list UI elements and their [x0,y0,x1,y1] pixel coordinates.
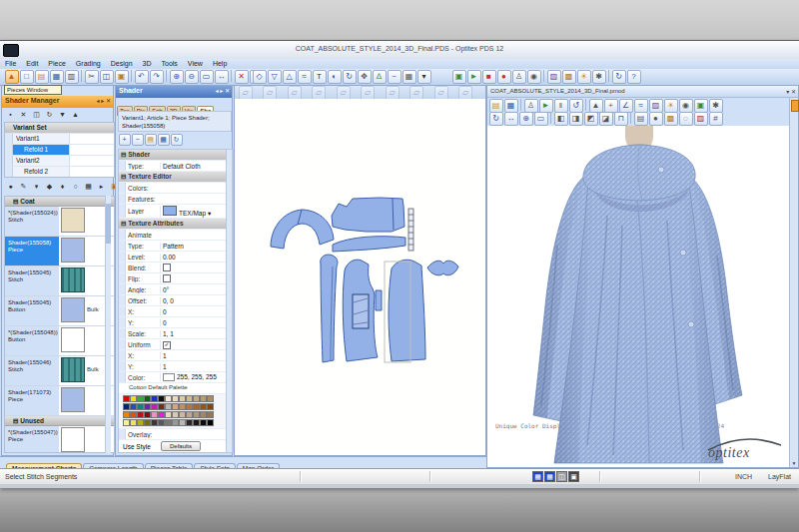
palette-swatch[interactable] [151,403,158,410]
property-row[interactable]: Overlay: [119,429,233,440]
text-tool-icon[interactable]: T [313,70,327,84]
refresh-shaders-icon[interactable]: ↻ [44,109,56,121]
shader-panel-header[interactable]: Shader ◂ ▸ ✕ [116,86,232,98]
shader-row[interactable]: *(Shader(155047))Piece [5,426,114,453]
apply-shader-icon[interactable]: ● [5,181,17,193]
camera-3d-icon[interactable]: ◉ [679,99,693,113]
record-icon[interactable]: ● [497,70,511,84]
palette-swatch[interactable] [137,395,144,402]
zoom-in-icon[interactable]: ⊕ [170,70,184,84]
palette-swatch[interactable] [200,419,207,426]
fabric-editor-icon[interactable]: ▨ [547,70,561,84]
copy-icon[interactable]: ◫ [100,70,114,84]
palette-swatch[interactable] [193,403,200,410]
property-row[interactable]: Y:1 [119,361,233,372]
edit-shader-icon[interactable]: ✎ [18,181,30,193]
palette-swatch[interactable] [158,395,165,402]
palette-swatch[interactable] [123,395,130,402]
palette-swatch[interactable] [207,419,214,426]
wireframe-mode-icon[interactable]: ▤ [634,112,648,126]
palette-swatch[interactable] [137,419,144,426]
delete-icon[interactable]: ✕ [235,70,249,84]
palette-swatch[interactable] [144,411,151,418]
menu-item-design[interactable]: Design [106,59,138,68]
color-swatch[interactable] [163,373,175,381]
defaults-button[interactable]: Defaults [161,441,201,451]
status-3d-view-icon[interactable]: ▦ [544,471,555,482]
palette-swatch[interactable] [123,403,130,410]
texture-layer-thumbnail[interactable] [163,206,177,216]
shader-row[interactable]: Shader(155058)Piece [5,237,114,266]
palette-swatch[interactable] [179,395,186,402]
palette-swatch[interactable] [207,395,214,402]
variant-row[interactable]: Variant1 [5,133,114,144]
back-view-icon[interactable]: ◨ [569,112,583,126]
shader-swatch[interactable] [61,297,85,322]
shader-row[interactable]: *(Shader(155024))Stitch [5,207,114,237]
save-model-icon[interactable]: ▦ [504,99,518,113]
cut-icon[interactable]: ✂ [85,70,99,84]
variant-row[interactable]: Refold 2 [5,166,114,177]
redo-icon[interactable]: ↷ [150,70,164,84]
pose-select-icon[interactable]: ♙ [524,99,538,113]
reset-shader-icon[interactable]: ○ [70,181,82,193]
palette-swatch[interactable] [158,403,165,410]
copy-shader-icon[interactable]: ◫ [31,109,43,121]
status-split-view-icon[interactable]: ◫ [556,471,567,482]
menu-item-piece[interactable]: Piece [43,59,71,68]
shader-row[interactable]: Shader(155045)Stitch [5,266,114,296]
palette-swatch[interactable] [158,411,165,418]
menu-item-grading[interactable]: Grading [71,59,106,68]
shader-swatch[interactable] [61,267,85,292]
select-cursor-icon[interactable]: ▲ [5,70,19,84]
light-settings-icon[interactable]: ☀ [577,70,591,84]
dart-tool-icon[interactable]: △ [283,70,297,84]
checkbox[interactable]: ✓ [163,341,171,349]
property-row[interactable]: Type:Pattern [119,241,233,252]
camera-icon[interactable]: ◉ [527,70,541,84]
stitch-3d-icon[interactable]: ≈ [634,99,648,113]
help-icon[interactable]: ? [627,70,641,84]
palette-swatch[interactable] [123,411,130,418]
light-3d-icon[interactable]: ☀ [664,99,678,113]
fit-view-icon[interactable]: ▭ [534,112,548,126]
property-grid-scrollbar[interactable] [226,149,233,453]
palette-swatch[interactable] [179,411,186,418]
shader-swatch[interactable] [61,327,85,352]
pause-simulation-icon[interactable]: ‖ [554,99,568,113]
palette-swatch[interactable] [151,419,158,426]
menu-item-file[interactable]: File [0,59,21,68]
shader-swatch[interactable] [61,238,85,263]
palette-swatch[interactable] [137,411,144,418]
left-view-icon[interactable]: ◩ [584,112,598,126]
view3d-titlebar[interactable]: COAT_ABSOLUTE_STYLE_2014_3D_Final.pmod ▾… [487,86,798,98]
shader-swatch[interactable] [61,387,85,412]
property-row[interactable]: Angle:0° [119,284,233,295]
remove-texture-icon[interactable]: − [132,134,144,146]
menu-item-edit[interactable]: Edit [21,59,43,68]
pan-view-icon[interactable]: ↔ [504,112,518,126]
delete-shader-icon[interactable]: ✕ [18,109,30,121]
variant-row[interactable]: Variant2 [5,155,114,166]
view3d-dock-button[interactable] [791,100,799,112]
grade-tool-icon[interactable]: ∆ [373,70,387,84]
reset-simulation-icon[interactable]: ↺ [569,99,583,113]
palette-link[interactable]: Cotton Default Palette [119,383,233,394]
property-row[interactable]: X:1 [119,350,233,361]
palette-swatch[interactable] [186,419,193,426]
shader-group-header[interactable]: ⊟ Unused [5,416,114,426]
palette-swatch[interactable] [172,403,179,410]
fill-shader-icon[interactable]: ◆ [44,181,56,193]
property-row[interactable]: Offset:0, 0 [119,295,233,306]
palette-swatch[interactable] [144,419,151,426]
property-row[interactable]: Uniform✓ [119,339,233,350]
view3d-scrollbar[interactable]: ▼ [789,98,798,467]
new-file-icon[interactable]: □ [20,70,34,84]
measure-3d-icon[interactable]: ∠ [619,99,633,113]
palette-swatch[interactable] [172,419,179,426]
pin-tool-icon[interactable]: + [604,99,618,113]
grid-view-icon[interactable]: # [709,112,723,126]
status-2d-view-icon[interactable]: ▦ [532,471,543,482]
rotate-view-icon[interactable]: ↻ [489,112,503,126]
menu-item-view[interactable]: View [183,59,208,68]
